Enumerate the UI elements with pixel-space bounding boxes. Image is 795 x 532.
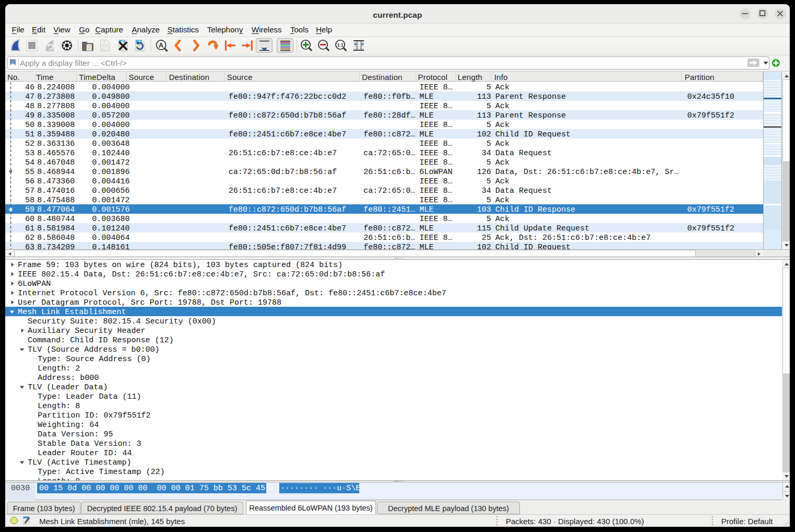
svg-text:1:1: 1:1 <box>337 42 343 48</box>
svg-text:A: A <box>158 41 164 49</box>
svg-text:0011: 0011 <box>101 48 108 51</box>
